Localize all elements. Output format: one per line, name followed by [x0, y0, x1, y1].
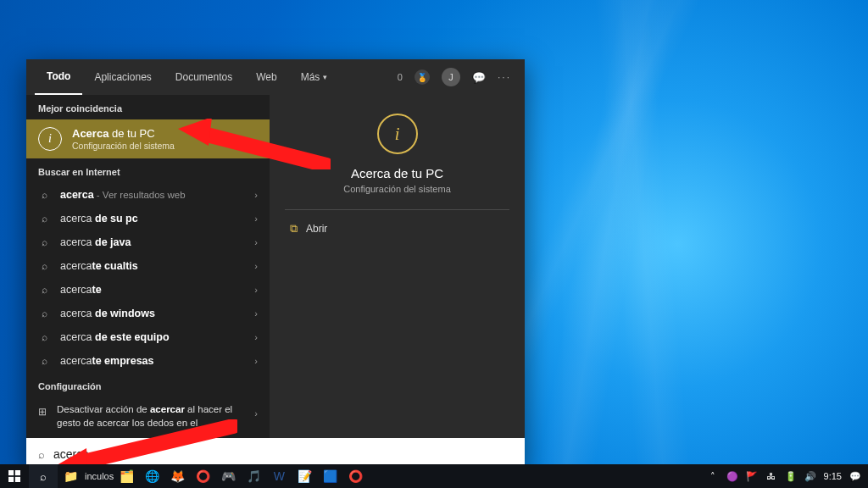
taskbar-app[interactable]: 🌐 — [139, 464, 164, 488]
music-icon: 🎵 — [247, 469, 261, 483]
web-result[interactable]: ⌕ acerca de windows › — [26, 302, 270, 325]
rewards-icon[interactable]: 🏅 — [415, 69, 430, 85]
user-avatar[interactable]: J — [442, 68, 460, 86]
section-configuracion: Configuración — [26, 373, 270, 397]
taskbar-app[interactable]: 🎵 — [241, 464, 266, 488]
section-best-match: Mejor coincidencia — [26, 95, 270, 119]
chevron-right-icon: › — [254, 408, 258, 420]
svg-rect-5 — [15, 470, 20, 475]
open-icon: ⧉ — [290, 222, 298, 236]
search-icon: ⌕ — [38, 308, 50, 319]
taskbar: ⌕ 📁 inculos 🗂️ 🌐 🦊 ⭕ 🎮 🎵 W 📝 🟦 ⭕ ˄ 🟣 🚩 🖧… — [0, 464, 868, 488]
more-options-icon[interactable]: ··· — [498, 71, 511, 83]
taskbar-folder-label: inculos — [85, 471, 114, 481]
chevron-right-icon: › — [254, 261, 258, 271]
tray-flag-icon[interactable]: 🚩 — [746, 471, 758, 482]
result-detail-pane: i Acerca de tu PC Configuración del sist… — [270, 95, 525, 438]
web-result[interactable]: ⌕ acerca de su pc › — [26, 207, 270, 230]
feedback-icon[interactable]: 💬 — [472, 71, 486, 84]
app-icon: 🟦 — [323, 469, 337, 483]
section-internet: Buscar en Internet — [26, 158, 270, 183]
chrome-icon: ⭕ — [348, 469, 363, 483]
result-best-match[interactable]: i Acerca de tu PC Configuración del sist… — [26, 119, 270, 158]
tray-chevron-up-icon[interactable]: ˄ — [707, 471, 719, 482]
tray-notifications-icon[interactable]: 💬 — [849, 471, 861, 482]
taskbar-app[interactable]: 📝 — [292, 464, 317, 488]
taskbar-search-button[interactable]: ⌕ — [29, 464, 58, 488]
results-list: Mejor coincidencia i Acerca de tu PC Con… — [26, 95, 270, 438]
action-open[interactable]: ⧉ Abrir — [285, 215, 509, 242]
search-input[interactable] — [53, 447, 513, 461]
search-icon: ⌕ — [38, 284, 50, 296]
web-result[interactable]: ⌕ acerca de java › — [26, 230, 270, 254]
chevron-right-icon: › — [254, 332, 258, 342]
settings-result[interactable]: 🔍 Cambiar nivel de zoom de lupa › — [26, 435, 270, 438]
search-icon: ⌕ — [38, 448, 45, 461]
search-icon: ⌕ — [38, 213, 50, 225]
svg-rect-4 — [8, 470, 14, 475]
tray-volume-icon[interactable]: 🔊 — [804, 471, 816, 482]
tab-documentos[interactable]: Documentos — [164, 59, 244, 95]
taskbar-app[interactable]: 🎮 — [215, 464, 241, 488]
tray-clock[interactable]: 9:15 — [824, 471, 842, 481]
search-icon: ⌕ — [38, 260, 50, 272]
tab-aplicaciones[interactable]: Aplicaciones — [82, 59, 163, 95]
start-search-panel: Todo Aplicaciones Documentos Web Más ▾ 0… — [26, 59, 525, 470]
tab-web[interactable]: Web — [244, 59, 288, 95]
detail-title: Acerca de tu PC — [351, 166, 443, 180]
chevron-right-icon: › — [254, 356, 258, 366]
taskbar-app[interactable]: W — [266, 464, 292, 488]
web-result[interactable]: ⌕ acercate empresas › — [26, 349, 270, 373]
info-icon: i — [38, 127, 62, 151]
search-icon: ⌕ — [38, 355, 50, 367]
detail-subtitle: Configuración del sistema — [343, 184, 451, 194]
search-icon: ⌕ — [40, 470, 47, 483]
web-result[interactable]: ⌕ acercate cualtis › — [26, 254, 270, 278]
tray-discord-icon[interactable]: 🟣 — [726, 471, 738, 482]
taskbar-app[interactable]: 🦊 — [164, 464, 190, 488]
windows-icon — [8, 470, 20, 482]
search-icon: ⌕ — [38, 189, 50, 201]
svg-rect-7 — [15, 477, 20, 482]
taskbar-app[interactable]: 🗂️ — [114, 464, 139, 488]
chrome-icon: ⭕ — [196, 469, 210, 483]
chevron-right-icon: › — [254, 190, 258, 200]
system-tray: ˄ 🟣 🚩 🖧 🔋 🔊 9:15 💬 — [700, 471, 868, 482]
web-result[interactable]: ⌕ acerca de este equipo › — [26, 325, 270, 349]
chevron-right-icon: › — [254, 214, 258, 224]
tray-battery-icon[interactable]: 🔋 — [785, 471, 797, 482]
search-icon: ⌕ — [38, 331, 50, 343]
web-result[interactable]: ⌕ acerca - Ver resultados web › — [26, 183, 270, 207]
tab-todo[interactable]: Todo — [35, 59, 82, 95]
taskbar-app[interactable]: ⭕ — [342, 464, 368, 488]
folder-icon: 📁 — [64, 469, 78, 483]
start-button[interactable] — [0, 464, 29, 488]
notepad-icon: 📝 — [298, 469, 312, 483]
info-icon: i — [377, 114, 418, 154]
touchpad-icon: ⊞ — [38, 405, 47, 419]
discord-icon: 🎮 — [221, 469, 236, 483]
firefox-icon: 🦊 — [170, 469, 185, 483]
chevron-right-icon: › — [254, 285, 258, 295]
taskbar-app[interactable]: ⭕ — [190, 464, 215, 488]
chevron-right-icon: › — [254, 308, 258, 319]
explorer-icon: 🗂️ — [120, 469, 134, 483]
chevron-right-icon: › — [254, 237, 258, 247]
word-icon: W — [274, 469, 285, 483]
search-icon: ⌕ — [38, 236, 50, 248]
web-result[interactable]: ⌕ acercate › — [26, 278, 270, 302]
settings-result[interactable]: ⊞ Desactivar acción de acercar al hacer … — [26, 397, 270, 435]
search-tabs: Todo Aplicaciones Documentos Web Más ▾ 0… — [26, 59, 525, 95]
rewards-count: 0 — [398, 72, 403, 82]
tab-mas[interactable]: Más ▾ — [289, 59, 339, 95]
tray-network-icon[interactable]: 🖧 — [765, 471, 777, 481]
taskbar-app[interactable]: 🟦 — [317, 464, 342, 488]
separator — [285, 209, 509, 210]
taskbar-folder[interactable]: 📁 — [58, 464, 83, 488]
edge-icon: 🌐 — [145, 469, 159, 483]
svg-rect-6 — [8, 477, 14, 482]
